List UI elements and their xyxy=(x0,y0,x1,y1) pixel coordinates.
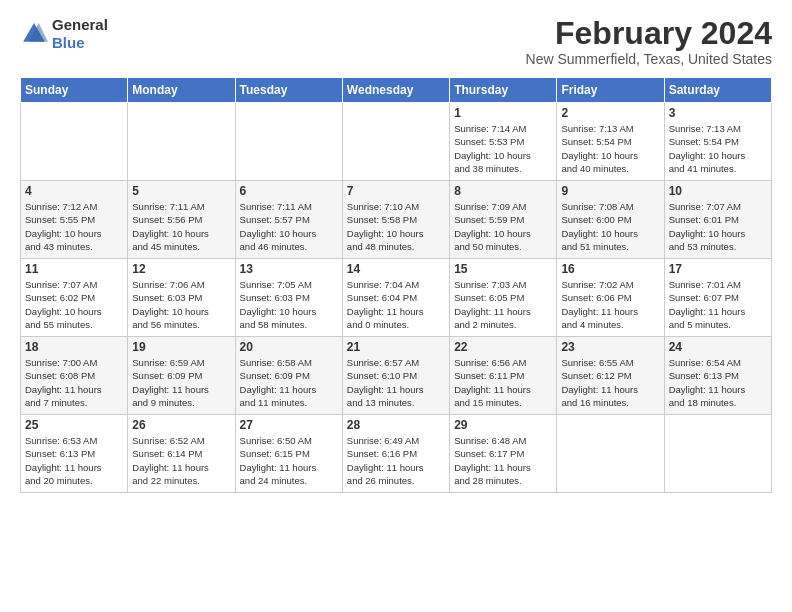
day-info: Sunrise: 6:59 AM Sunset: 6:09 PM Dayligh… xyxy=(132,356,230,409)
day-cell: 21Sunrise: 6:57 AM Sunset: 6:10 PM Dayli… xyxy=(342,337,449,415)
day-number: 26 xyxy=(132,418,230,432)
week-row-0: 1Sunrise: 7:14 AM Sunset: 5:53 PM Daylig… xyxy=(21,103,772,181)
day-info: Sunrise: 6:50 AM Sunset: 6:15 PM Dayligh… xyxy=(240,434,338,487)
day-cell: 26Sunrise: 6:52 AM Sunset: 6:14 PM Dayli… xyxy=(128,415,235,493)
calendar-table: SundayMondayTuesdayWednesdayThursdayFrid… xyxy=(20,77,772,493)
day-number: 5 xyxy=(132,184,230,198)
week-row-3: 18Sunrise: 7:00 AM Sunset: 6:08 PM Dayli… xyxy=(21,337,772,415)
day-info: Sunrise: 7:13 AM Sunset: 5:54 PM Dayligh… xyxy=(561,122,659,175)
day-number: 1 xyxy=(454,106,552,120)
day-number: 16 xyxy=(561,262,659,276)
day-cell xyxy=(557,415,664,493)
day-cell: 4Sunrise: 7:12 AM Sunset: 5:55 PM Daylig… xyxy=(21,181,128,259)
day-info: Sunrise: 7:00 AM Sunset: 6:08 PM Dayligh… xyxy=(25,356,123,409)
day-number: 7 xyxy=(347,184,445,198)
day-number: 4 xyxy=(25,184,123,198)
day-info: Sunrise: 7:01 AM Sunset: 6:07 PM Dayligh… xyxy=(669,278,767,331)
day-cell: 19Sunrise: 6:59 AM Sunset: 6:09 PM Dayli… xyxy=(128,337,235,415)
day-cell xyxy=(128,103,235,181)
day-number: 13 xyxy=(240,262,338,276)
day-number: 17 xyxy=(669,262,767,276)
day-info: Sunrise: 7:13 AM Sunset: 5:54 PM Dayligh… xyxy=(669,122,767,175)
day-info: Sunrise: 7:08 AM Sunset: 6:00 PM Dayligh… xyxy=(561,200,659,253)
header-cell-monday: Monday xyxy=(128,78,235,103)
day-cell: 2Sunrise: 7:13 AM Sunset: 5:54 PM Daylig… xyxy=(557,103,664,181)
week-row-2: 11Sunrise: 7:07 AM Sunset: 6:02 PM Dayli… xyxy=(21,259,772,337)
month-title: February 2024 xyxy=(526,16,772,51)
day-cell: 3Sunrise: 7:13 AM Sunset: 5:54 PM Daylig… xyxy=(664,103,771,181)
day-cell xyxy=(21,103,128,181)
day-info: Sunrise: 7:03 AM Sunset: 6:05 PM Dayligh… xyxy=(454,278,552,331)
day-cell: 29Sunrise: 6:48 AM Sunset: 6:17 PM Dayli… xyxy=(450,415,557,493)
day-cell: 20Sunrise: 6:58 AM Sunset: 6:09 PM Dayli… xyxy=(235,337,342,415)
day-cell xyxy=(342,103,449,181)
day-cell: 10Sunrise: 7:07 AM Sunset: 6:01 PM Dayli… xyxy=(664,181,771,259)
day-cell: 22Sunrise: 6:56 AM Sunset: 6:11 PM Dayli… xyxy=(450,337,557,415)
day-info: Sunrise: 6:48 AM Sunset: 6:17 PM Dayligh… xyxy=(454,434,552,487)
week-row-4: 25Sunrise: 6:53 AM Sunset: 6:13 PM Dayli… xyxy=(21,415,772,493)
day-cell: 28Sunrise: 6:49 AM Sunset: 6:16 PM Dayli… xyxy=(342,415,449,493)
logo-blue: Blue xyxy=(52,34,85,51)
day-number: 18 xyxy=(25,340,123,354)
day-cell: 18Sunrise: 7:00 AM Sunset: 6:08 PM Dayli… xyxy=(21,337,128,415)
day-number: 25 xyxy=(25,418,123,432)
day-info: Sunrise: 7:06 AM Sunset: 6:03 PM Dayligh… xyxy=(132,278,230,331)
title-area: February 2024 New Summerfield, Texas, Un… xyxy=(526,16,772,67)
calendar-body: 1Sunrise: 7:14 AM Sunset: 5:53 PM Daylig… xyxy=(21,103,772,493)
day-cell: 15Sunrise: 7:03 AM Sunset: 6:05 PM Dayli… xyxy=(450,259,557,337)
logo-icon xyxy=(20,20,48,48)
day-number: 11 xyxy=(25,262,123,276)
day-cell: 23Sunrise: 6:55 AM Sunset: 6:12 PM Dayli… xyxy=(557,337,664,415)
day-number: 15 xyxy=(454,262,552,276)
day-cell: 12Sunrise: 7:06 AM Sunset: 6:03 PM Dayli… xyxy=(128,259,235,337)
day-info: Sunrise: 6:58 AM Sunset: 6:09 PM Dayligh… xyxy=(240,356,338,409)
day-cell: 11Sunrise: 7:07 AM Sunset: 6:02 PM Dayli… xyxy=(21,259,128,337)
day-number: 20 xyxy=(240,340,338,354)
day-cell: 1Sunrise: 7:14 AM Sunset: 5:53 PM Daylig… xyxy=(450,103,557,181)
day-info: Sunrise: 7:07 AM Sunset: 6:02 PM Dayligh… xyxy=(25,278,123,331)
header-cell-sunday: Sunday xyxy=(21,78,128,103)
day-cell: 9Sunrise: 7:08 AM Sunset: 6:00 PM Daylig… xyxy=(557,181,664,259)
day-cell: 24Sunrise: 6:54 AM Sunset: 6:13 PM Dayli… xyxy=(664,337,771,415)
week-row-1: 4Sunrise: 7:12 AM Sunset: 5:55 PM Daylig… xyxy=(21,181,772,259)
day-info: Sunrise: 7:09 AM Sunset: 5:59 PM Dayligh… xyxy=(454,200,552,253)
day-cell: 5Sunrise: 7:11 AM Sunset: 5:56 PM Daylig… xyxy=(128,181,235,259)
day-number: 28 xyxy=(347,418,445,432)
logo: General Blue xyxy=(20,16,108,52)
day-number: 24 xyxy=(669,340,767,354)
day-info: Sunrise: 7:14 AM Sunset: 5:53 PM Dayligh… xyxy=(454,122,552,175)
day-info: Sunrise: 6:55 AM Sunset: 6:12 PM Dayligh… xyxy=(561,356,659,409)
header-cell-thursday: Thursday xyxy=(450,78,557,103)
day-cell: 25Sunrise: 6:53 AM Sunset: 6:13 PM Dayli… xyxy=(21,415,128,493)
day-info: Sunrise: 6:53 AM Sunset: 6:13 PM Dayligh… xyxy=(25,434,123,487)
day-cell: 14Sunrise: 7:04 AM Sunset: 6:04 PM Dayli… xyxy=(342,259,449,337)
day-number: 2 xyxy=(561,106,659,120)
day-cell: 17Sunrise: 7:01 AM Sunset: 6:07 PM Dayli… xyxy=(664,259,771,337)
header-cell-wednesday: Wednesday xyxy=(342,78,449,103)
day-number: 21 xyxy=(347,340,445,354)
logo-text: General Blue xyxy=(52,16,108,52)
day-info: Sunrise: 7:12 AM Sunset: 5:55 PM Dayligh… xyxy=(25,200,123,253)
day-number: 23 xyxy=(561,340,659,354)
day-info: Sunrise: 7:04 AM Sunset: 6:04 PM Dayligh… xyxy=(347,278,445,331)
header-cell-friday: Friday xyxy=(557,78,664,103)
day-info: Sunrise: 6:54 AM Sunset: 6:13 PM Dayligh… xyxy=(669,356,767,409)
day-number: 27 xyxy=(240,418,338,432)
day-cell: 7Sunrise: 7:10 AM Sunset: 5:58 PM Daylig… xyxy=(342,181,449,259)
day-number: 12 xyxy=(132,262,230,276)
logo-general: General xyxy=(52,16,108,33)
day-info: Sunrise: 6:57 AM Sunset: 6:10 PM Dayligh… xyxy=(347,356,445,409)
day-info: Sunrise: 7:11 AM Sunset: 5:57 PM Dayligh… xyxy=(240,200,338,253)
day-cell: 13Sunrise: 7:05 AM Sunset: 6:03 PM Dayli… xyxy=(235,259,342,337)
day-cell: 16Sunrise: 7:02 AM Sunset: 6:06 PM Dayli… xyxy=(557,259,664,337)
header-cell-tuesday: Tuesday xyxy=(235,78,342,103)
day-info: Sunrise: 7:07 AM Sunset: 6:01 PM Dayligh… xyxy=(669,200,767,253)
page: General Blue February 2024 New Summerfie… xyxy=(0,0,792,503)
day-info: Sunrise: 6:49 AM Sunset: 6:16 PM Dayligh… xyxy=(347,434,445,487)
day-cell xyxy=(664,415,771,493)
subtitle: New Summerfield, Texas, United States xyxy=(526,51,772,67)
day-cell: 27Sunrise: 6:50 AM Sunset: 6:15 PM Dayli… xyxy=(235,415,342,493)
day-number: 10 xyxy=(669,184,767,198)
day-info: Sunrise: 7:05 AM Sunset: 6:03 PM Dayligh… xyxy=(240,278,338,331)
day-cell: 8Sunrise: 7:09 AM Sunset: 5:59 PM Daylig… xyxy=(450,181,557,259)
